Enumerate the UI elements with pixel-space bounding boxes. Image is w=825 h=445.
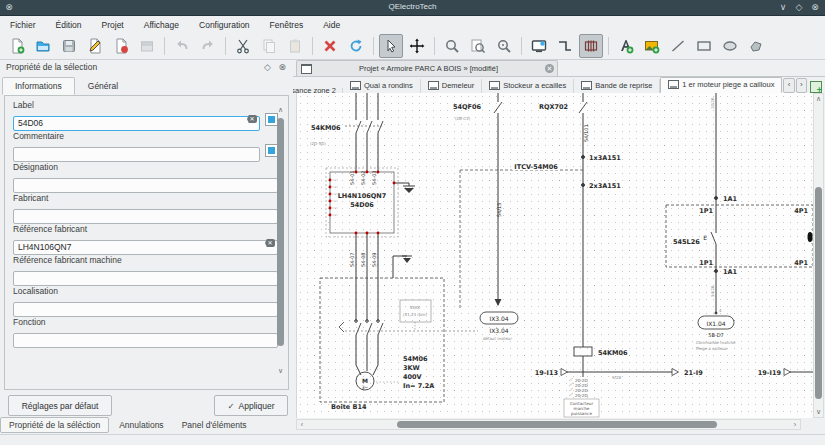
pan-mode-button[interactable]	[405, 34, 429, 58]
add-element-button[interactable]	[527, 34, 551, 58]
terminal-1a1-top: 1A1	[723, 195, 738, 203]
clear-input-icon[interactable]: ✕	[265, 239, 275, 247]
pin-1p1-bottom: 1P1	[699, 259, 713, 267]
canvas-vertical-scrollbar[interactable]: ∧ ∨	[813, 93, 824, 418]
diagram-tab-quai-a-rondins[interactable]: Quai a rondins	[343, 79, 421, 93]
scroll-down-icon[interactable]: ∨	[276, 367, 285, 375]
field-label: Label ✕	[13, 100, 278, 127]
schematic-canvas[interactable]: 54KM06 (2D-5D) 54-01 54-02 54-03 LH4N106…	[296, 93, 813, 418]
project-window: Projet « Armoire PARC A BOIS » [modifié]…	[293, 60, 825, 435]
scroll-up-icon[interactable]: ∧	[814, 95, 823, 103]
horizontal-scrollbar-thumb[interactable]	[397, 421, 717, 428]
localisation-input[interactable]	[13, 302, 278, 317]
menu-fichier[interactable]: Fichier	[0, 18, 46, 32]
io-ix1-04: IX1.04	[706, 320, 725, 327]
window-close-icon[interactable]: ⊗	[809, 1, 821, 13]
window-title: QElectroTech	[0, 2, 825, 11]
reference-fabricant-machine-input[interactable]	[13, 271, 278, 286]
form-scrollbar-thumb[interactable]	[277, 118, 284, 346]
scroll-up-icon[interactable]: ∧	[276, 106, 285, 114]
diagram-tab-bande-de-reprise[interactable]: Bande de reprise	[574, 79, 660, 93]
default-settings-button[interactable]: Réglages par défaut	[8, 395, 112, 416]
menu-edition[interactable]: Édition	[46, 18, 92, 32]
paste-button[interactable]	[283, 34, 307, 58]
toolbar-separator	[164, 37, 165, 55]
link-19-i13: 19-I13	[535, 369, 558, 377]
add-diagram-icon[interactable]	[810, 81, 822, 93]
add-rectangle-button[interactable]	[692, 34, 716, 58]
cut-button[interactable]	[231, 34, 255, 58]
diagram-tab-bar: issance zone 2 Quai a rondins Demeleur S…	[293, 76, 825, 93]
menu-fenetres[interactable]: Fenêtres	[260, 18, 314, 32]
dock-close-icon[interactable]: ⊗	[278, 62, 286, 72]
xref-row: 20-2D	[575, 393, 588, 398]
tab-general[interactable]: Général	[75, 77, 131, 95]
add-conductor-button[interactable]	[553, 34, 577, 58]
tab-informations[interactable]: Informations	[2, 77, 75, 95]
vertical-scrollbar-thumb[interactable]	[815, 187, 822, 399]
diagram-tab-stockeur[interactable]: Stockeur a ecailles	[482, 79, 574, 93]
clear-input-icon[interactable]: ✕	[247, 115, 257, 123]
commentaire-input[interactable]	[13, 147, 260, 162]
dock-tab-panel-elements[interactable]: Panel d'éléments	[174, 418, 255, 432]
dock-tab-bar: Informations Général	[2, 76, 293, 95]
add-terminal-strip-button[interactable]	[579, 34, 603, 58]
diagram-tab-moteur-piege-cailloux[interactable]: 1 er moteur piege a cailloux	[660, 77, 782, 93]
window-shade-icon[interactable]: ∨	[777, 1, 789, 13]
add-image-button[interactable]	[640, 34, 664, 58]
delete-button[interactable]	[318, 34, 342, 58]
dock-tab-proprietes[interactable]: Propriété de la séléction	[0, 417, 109, 433]
dock-float-icon[interactable]: ◇	[264, 62, 271, 72]
add-text-button[interactable]	[614, 34, 638, 58]
select-mode-button[interactable]	[379, 34, 403, 58]
redo-button[interactable]	[196, 34, 220, 58]
rotate-button[interactable]	[344, 34, 368, 58]
canvas-horizontal-scrollbar[interactable]: ‹ ›	[296, 419, 801, 430]
fonction-input[interactable]	[13, 333, 278, 348]
dock-tab-annulations[interactable]: Annulations	[111, 418, 171, 432]
properties-form: Label ✕ Commentaire Désignation Fabrican…	[4, 95, 289, 390]
menu-affichage[interactable]: Affichage	[134, 18, 189, 32]
zoom-in-button[interactable]	[440, 34, 464, 58]
scroll-down-icon[interactable]: ∨	[814, 408, 823, 416]
designation-input[interactable]	[13, 178, 278, 193]
label-input[interactable]	[13, 116, 260, 131]
zoom-reset-button[interactable]	[492, 34, 516, 58]
project-tab[interactable]: Projet « Armoire PARC A BOIS » [modifié]…	[296, 60, 558, 76]
add-polygon-button[interactable]	[744, 34, 768, 58]
copy-button[interactable]	[257, 34, 281, 58]
toolbar-separator	[225, 37, 226, 55]
archive-button[interactable]	[135, 34, 159, 58]
menu-configuration[interactable]: Configuration	[189, 18, 260, 32]
project-close-icon[interactable]: ✕	[545, 64, 554, 73]
menu-bar: Fichier Édition Projet Affichage Configu…	[0, 16, 825, 33]
scroll-right-icon[interactable]: ›	[790, 421, 800, 428]
reference-fabricant-input[interactable]	[13, 240, 278, 255]
form-scrollbar[interactable]: ∧ ∨	[276, 106, 285, 375]
link-19-i19: 19-I19	[758, 369, 782, 377]
menu-aide[interactable]: Aide	[313, 18, 350, 32]
menu-projet[interactable]: Projet	[92, 18, 134, 32]
add-line-button[interactable]	[666, 34, 690, 58]
save-button[interactable]	[57, 34, 81, 58]
tab-scroll-left-icon[interactable]: ‹	[783, 78, 794, 93]
motor-ref-54m06: 54M06	[403, 355, 428, 363]
pin-4p1-bottom: 4P1	[794, 259, 808, 267]
save-as-button[interactable]	[83, 34, 107, 58]
open-project-button[interactable]	[31, 34, 55, 58]
window-maximize-icon[interactable]: ◇	[793, 1, 805, 13]
undo-button[interactable]	[170, 34, 194, 58]
fabricant-input[interactable]	[13, 209, 278, 224]
tab-scroll-right-icon[interactable]: ›	[796, 78, 807, 93]
add-ellipse-button[interactable]	[718, 34, 742, 58]
apply-button[interactable]: ✓Appliquer	[214, 395, 288, 416]
scroll-left-icon[interactable]: ‹	[297, 421, 307, 428]
label-54km06: 54KM06	[311, 124, 341, 132]
zoom-fit-button[interactable]	[466, 34, 490, 58]
diagram-tab-demeleur[interactable]: Demeleur	[421, 79, 483, 93]
motor-m: M	[362, 377, 368, 384]
new-project-button[interactable]	[5, 34, 29, 58]
label-5b-d7: 5B-D7	[708, 332, 723, 338]
coil-caption: puissance	[571, 411, 592, 416]
close-project-button[interactable]	[109, 34, 133, 58]
